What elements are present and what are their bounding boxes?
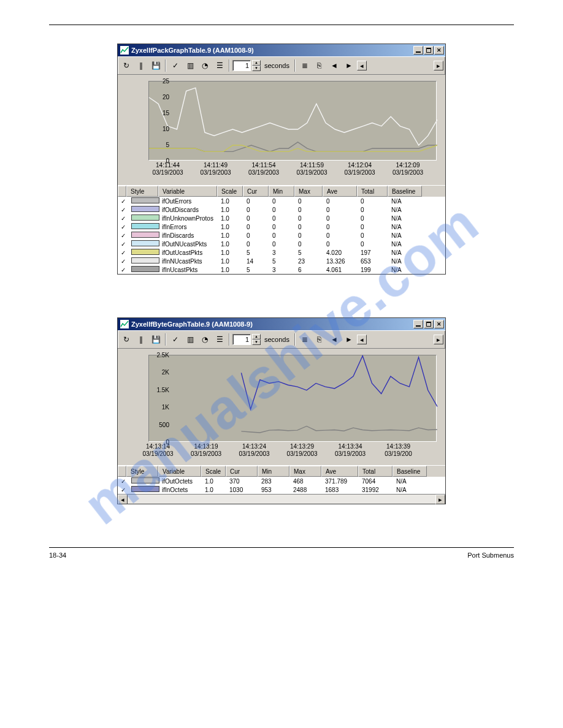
row-check-icon[interactable]: ✓	[120, 477, 127, 485]
row-check-icon[interactable]: ✓	[120, 249, 127, 256]
table-row[interactable]: ✓ifInErrors1.000000N/A	[118, 222, 445, 231]
list-toggle-button[interactable]: ≣	[298, 333, 312, 346]
column-header-scale[interactable]: Scale	[201, 466, 226, 477]
cell-variable: ifInUnknownProtos	[159, 215, 218, 222]
scroll-right-button[interactable]: ▸	[435, 495, 445, 504]
row-check-icon[interactable]: ✓	[120, 197, 127, 205]
toolbar-separator	[294, 333, 296, 346]
row-check-icon[interactable]: ✓	[120, 266, 127, 273]
prev-button[interactable]: ◄	[327, 59, 341, 72]
interval-down-button[interactable]: ▼	[252, 339, 261, 345]
x-axis-tick-label: 14:11:4403/19/2003	[145, 162, 190, 176]
prev-icon: ◄	[331, 61, 338, 70]
line-chart-button[interactable]: ✓	[169, 333, 182, 346]
table-row[interactable]: ✓ifOutUcastPkts1.05354.020197N/A	[118, 248, 445, 257]
row-check-icon[interactable]: ✓	[120, 214, 127, 222]
column-header-max[interactable]: Max	[289, 466, 321, 477]
toolbar-scroll-right-button[interactable]: ▸	[434, 335, 443, 344]
interval-input[interactable]	[232, 60, 251, 71]
table-row[interactable]: ✓ifInUnknownProtos1.000000N/A	[118, 214, 445, 222]
line-chart-button[interactable]: ✓	[169, 59, 182, 72]
close-icon: ✕	[437, 321, 442, 327]
table-row[interactable]: ✓ifInOctets1.010309532488168331992N/A	[118, 485, 445, 494]
column-header-total[interactable]: Total	[357, 186, 388, 197]
close-button[interactable]: ✕	[434, 46, 444, 55]
scroll-left-button[interactable]: ◂	[118, 495, 128, 504]
row-check-icon[interactable]: ✓	[120, 232, 127, 239]
pause-button[interactable]: ‖	[134, 59, 148, 72]
interval-input[interactable]	[232, 334, 251, 345]
table-row[interactable]: ✓ifOutOctets1.0370283468371.7897064N/A	[118, 477, 445, 485]
column-header-total[interactable]: Total	[358, 466, 393, 477]
pie-chart-button[interactable]: ◔	[198, 59, 212, 72]
copy-button[interactable]: ⎘	[313, 59, 326, 72]
copy-button[interactable]: ⎘	[313, 333, 326, 346]
table-row[interactable]: ✓ifInNUcastPkts1.01452313.326653N/A	[118, 257, 445, 265]
column-header-variable[interactable]: Variable	[158, 186, 217, 197]
list-toggle-button[interactable]: ≣	[298, 59, 312, 72]
toolbar-scroll-left-button[interactable]: ◂	[357, 61, 367, 70]
column-header-min[interactable]: Min	[258, 466, 289, 477]
table-row[interactable]: ✓ifOutDiscards1.000000N/A	[118, 205, 445, 214]
title-bar[interactable]: ZyxelIfByteGraphTable.9 (AAM1008-9) ✕	[118, 318, 445, 330]
cell-min: 3	[270, 267, 296, 273]
toolbar: ↻‖💾✓▥◔☰▲▼seconds≣⎘◄►◂▸	[118, 330, 445, 349]
cell-total: 0	[358, 198, 389, 205]
table-row[interactable]: ✓ifOutErrors1.000000N/A	[118, 197, 445, 205]
save-button[interactable]: 💾	[149, 333, 163, 346]
row-check-icon[interactable]: ✓	[120, 223, 127, 230]
column-header-ave[interactable]: Ave	[321, 466, 358, 477]
pause-button[interactable]: ‖	[134, 333, 148, 346]
row-check-icon[interactable]: ✓	[120, 486, 127, 493]
style-swatch	[131, 249, 159, 255]
scroll-track[interactable]	[128, 495, 435, 504]
bar-chart-button[interactable]: ▥	[183, 59, 197, 72]
title-bar[interactable]: ZyxelIfPackGraphTable.9 (AAM1008-9) ✕	[118, 44, 445, 56]
refresh-button[interactable]: ↻	[120, 59, 133, 72]
minimize-button[interactable]	[413, 320, 423, 328]
next-button[interactable]: ►	[342, 333, 356, 346]
next-button[interactable]: ►	[342, 59, 356, 72]
column-header-check[interactable]	[118, 466, 126, 477]
column-header-max[interactable]: Max	[294, 186, 323, 197]
bar-chart-button[interactable]: ▥	[183, 333, 197, 346]
save-button[interactable]: 💾	[149, 59, 163, 72]
stacked-chart-button[interactable]: ☰	[213, 59, 226, 72]
minimize-button[interactable]	[413, 46, 423, 55]
table-row[interactable]: ✓ifInDiscards1.000000N/A	[118, 231, 445, 240]
maximize-button[interactable]	[424, 320, 434, 328]
table-row[interactable]: ✓ifOutNUcastPkts1.000000N/A	[118, 240, 445, 248]
data-table: StyleVariableScaleCurMinMaxAveTotalBasel…	[118, 185, 445, 274]
interval-up-button[interactable]: ▲	[252, 334, 261, 339]
maximize-icon	[426, 322, 431, 327]
column-header-ave[interactable]: Ave	[323, 186, 357, 197]
toolbar-scroll-right-button[interactable]: ▸	[434, 61, 443, 70]
column-header-check[interactable]	[118, 186, 126, 197]
table-row[interactable]: ✓ifInUcastPkts1.05364.061199N/A	[118, 265, 445, 274]
column-header-baseline[interactable]: Baseline	[388, 186, 422, 197]
prev-button[interactable]: ◄	[327, 333, 341, 346]
row-check-icon[interactable]: ✓	[120, 206, 127, 213]
cell-min: 0	[270, 207, 296, 213]
interval-down-button[interactable]: ▼	[252, 66, 261, 71]
stacked-chart-button[interactable]: ☰	[213, 333, 226, 346]
maximize-button[interactable]	[424, 46, 434, 55]
column-header-cur[interactable]: Cur	[226, 466, 258, 477]
column-header-scale[interactable]: Scale	[217, 186, 243, 197]
column-header-baseline[interactable]: Baseline	[393, 466, 427, 477]
cell-total: 199	[358, 267, 389, 273]
refresh-button[interactable]: ↻	[120, 333, 133, 346]
row-check-icon[interactable]: ✓	[120, 257, 127, 265]
close-button[interactable]: ✕	[434, 320, 444, 328]
cell-variable: ifInUcastPkts	[159, 267, 218, 273]
column-header-variable[interactable]: Variable	[158, 466, 201, 477]
pie-chart-button[interactable]: ◔	[198, 333, 212, 346]
interval-up-button[interactable]: ▲	[252, 60, 261, 66]
column-header-style[interactable]: Style	[126, 466, 158, 477]
toolbar-scroll-left-button[interactable]: ◂	[357, 335, 367, 344]
column-header-min[interactable]: Min	[269, 186, 294, 197]
row-check-icon[interactable]: ✓	[120, 240, 127, 248]
horizontal-scrollbar[interactable]: ◂ ▸	[118, 494, 445, 504]
column-header-style[interactable]: Style	[126, 186, 158, 197]
column-header-cur[interactable]: Cur	[243, 186, 269, 197]
